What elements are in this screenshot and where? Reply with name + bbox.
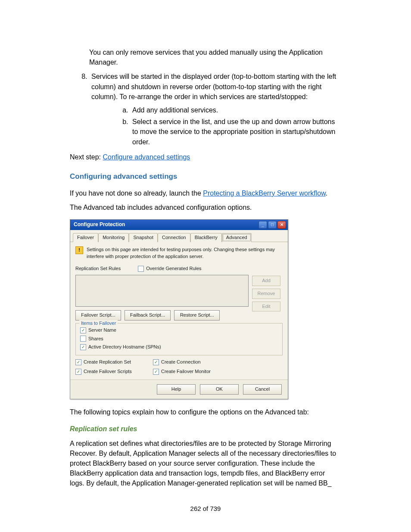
following-topics: The following topics explain how to conf… (70, 407, 341, 417)
next-step-line: Next step: Configure advanced settings (70, 152, 341, 162)
titlebar: Configure Protection _ □ ✕ (70, 220, 288, 230)
edit-button: Edit (252, 302, 280, 312)
create-scripts-label: Create Failover Scripts (84, 368, 132, 375)
restore-script-button[interactable]: Restore Script... (174, 310, 220, 320)
step-8a: Add any additional services. (130, 105, 341, 115)
override-check-icon (138, 266, 144, 272)
step-8: Services will be started in the displaye… (89, 72, 341, 146)
check-icon (75, 359, 81, 365)
close-button[interactable]: ✕ (277, 221, 286, 229)
check-icon (153, 369, 159, 375)
launch-link[interactable]: Protecting a BlackBerry Server workflow (203, 190, 326, 197)
section-heading: Configuring advanced settings (70, 171, 341, 182)
ok-button[interactable]: OK (200, 384, 239, 395)
replication-set-rules-label: Replication Set Rules (75, 265, 121, 272)
rules-buttons: Add Remove Edit (252, 276, 280, 312)
page-number: 262 of 739 (70, 504, 341, 513)
replication-body: A replication set defines what directori… (70, 439, 341, 488)
tab-failover[interactable]: Failover (73, 233, 98, 242)
create-monitor-label: Create Failover Monitor (161, 368, 211, 375)
next-step-label: Next step: (70, 153, 103, 161)
next-step-link[interactable]: Configure advanced settings (103, 153, 190, 161)
group-legend: Items to Failover (79, 320, 118, 327)
add-button: Add (252, 276, 280, 286)
steps-list: Services will be started in the displaye… (70, 72, 341, 146)
warning-row: ! Settings on this page are intended for… (75, 246, 283, 260)
tab-advanced[interactable]: Advanced (222, 233, 252, 242)
create-connection-checkbox[interactable]: Create Connection (153, 359, 239, 366)
help-button[interactable]: Help (157, 384, 196, 395)
launch-pre: If you have not done so already, launch … (70, 190, 203, 197)
tab-blackberry[interactable]: BlackBerry (190, 233, 222, 242)
launch-post: . (326, 190, 327, 197)
substeps: Add any additional services. Select a se… (91, 105, 341, 147)
shares-label: Shares (88, 336, 103, 342)
cancel-button[interactable]: Cancel (243, 384, 282, 395)
failback-script-button[interactable]: Failback Script... (125, 310, 171, 320)
advanced-tab-line: The Advanced tab includes advanced confi… (70, 202, 341, 212)
window-buttons: _ □ ✕ (258, 221, 286, 229)
step-8-text: Services will be started in the displaye… (91, 73, 336, 100)
create-replication-set-checkbox[interactable]: Create Replication Set (75, 359, 153, 366)
replication-set-rules-heading: Replication set rules (70, 424, 341, 434)
script-buttons-row: Failover Script... Failback Script... Re… (75, 310, 283, 320)
spns-checkbox[interactable]: Active Directory Hostname (SPNs) (80, 344, 278, 351)
configure-protection-dialog: Configure Protection _ □ ✕ Failover Moni… (70, 219, 288, 399)
tab-snapshot[interactable]: Snapshot (129, 233, 157, 242)
shares-checkbox[interactable]: Shares (80, 336, 278, 342)
intro-note: You can only remove services that you ad… (89, 47, 341, 67)
dialog-footer: Help OK Cancel (70, 380, 288, 399)
rules-row: Replication Set Rules Override Generated… (75, 265, 283, 272)
failover-script-button[interactable]: Failover Script... (75, 310, 121, 320)
override-label: Override Generated Rules (146, 265, 201, 272)
check-icon (75, 369, 81, 375)
spns-label: Active Directory Hostname (SPNs) (88, 344, 161, 351)
warning-text: Settings on this page are intended for t… (87, 246, 283, 260)
tab-bar: Failover Monitoring Snapshot Connection … (70, 230, 288, 242)
warning-icon: ! (75, 246, 83, 254)
maximize-button[interactable]: □ (268, 221, 277, 229)
create-failover-scripts-checkbox[interactable]: Create Failover Scripts (75, 368, 153, 375)
rules-listbox[interactable] (75, 275, 249, 307)
launch-line: If you have not done so already, launch … (70, 188, 341, 198)
server-name-checkbox[interactable]: Server Name (80, 327, 278, 334)
create-failover-monitor-checkbox[interactable]: Create Failover Monitor (153, 368, 239, 375)
step-8b: Select a service in the list, and use th… (130, 117, 341, 147)
tab-connection[interactable]: Connection (158, 233, 190, 242)
check-icon (80, 344, 86, 350)
create-repl-label: Create Replication Set (84, 359, 131, 366)
items-to-failover-group: Items to Failover Server Name Shares Act… (75, 323, 283, 356)
tab-monitoring[interactable]: Monitoring (98, 233, 129, 242)
tab-body: ! Settings on this page are intended for… (70, 242, 288, 380)
server-name-label: Server Name (88, 327, 116, 334)
override-checkbox[interactable]: Override Generated Rules (138, 265, 201, 272)
minimize-button[interactable]: _ (258, 221, 267, 229)
check-icon (153, 359, 159, 365)
remove-button: Remove (252, 289, 280, 299)
check-icon (80, 336, 86, 342)
create-conn-label: Create Connection (161, 359, 201, 366)
check-icon (80, 327, 86, 333)
dialog-title: Configure Protection (74, 221, 125, 228)
create-options-grid: Create Replication Set Create Connection… (75, 359, 283, 375)
